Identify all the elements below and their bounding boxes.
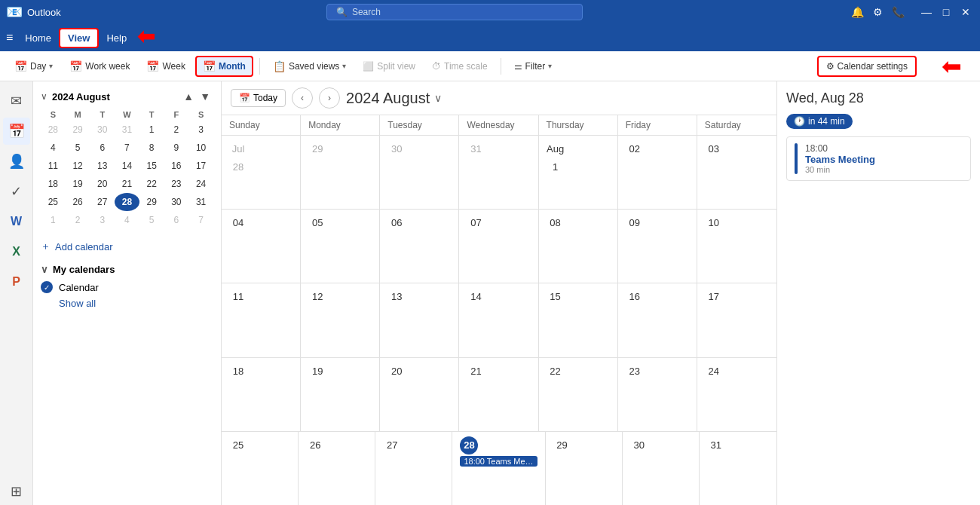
cal-cell[interactable]: 31 [700, 432, 776, 505]
cal-cell[interactable]: 15 [539, 283, 618, 357]
cal-cell[interactable]: 14 [459, 283, 538, 357]
event-card[interactable]: 18:00 Teams Meeting 30 min [786, 136, 971, 181]
cal-cell[interactable]: 25 [222, 432, 299, 505]
filter-btn[interactable]: ⚌ Filter ▾ [507, 57, 559, 75]
minimize-btn[interactable]: — [918, 6, 935, 18]
cal-cell[interactable]: 24 [697, 358, 776, 431]
mini-cal-cell[interactable]: 7 [115, 139, 139, 157]
day-view-btn[interactable]: 📅 Day ▾ [8, 57, 60, 76]
time-scale-btn[interactable]: ⏱ Time scale [425, 57, 495, 75]
mini-cal-cell[interactable]: 30 [164, 193, 189, 211]
cal-cell[interactable]: 30 [623, 432, 700, 505]
mini-cal-cell[interactable]: 26 [66, 193, 90, 211]
mini-cal-cell[interactable]: 6 [164, 211, 189, 229]
notification-icon[interactable]: 🔔 [848, 6, 867, 18]
event-chip[interactable]: 18:00 Teams Me… [460, 456, 537, 467]
cal-cell[interactable]: 29 [546, 432, 623, 505]
mini-cal-cell[interactable]: 11 [41, 157, 66, 175]
mini-cal-cell[interactable]: 13 [90, 157, 115, 175]
cal-cell[interactable]: 23 [618, 358, 697, 431]
cal-cell[interactable]: 03 [697, 136, 776, 209]
mini-cal-cell[interactable]: 29 [66, 121, 90, 139]
close-btn[interactable]: ✕ [957, 6, 974, 18]
settings-icon[interactable]: ⚙ [870, 6, 886, 18]
rail-powerpoint-icon[interactable]: P [3, 268, 30, 295]
mini-cal-cell[interactable]: 6 [90, 139, 115, 157]
mini-cal-cell[interactable]: 29 [139, 193, 164, 211]
mini-cal-cell[interactable]: 9 [164, 139, 189, 157]
mini-cal-cell[interactable]: 8 [139, 139, 164, 157]
cal-cell[interactable]: 2818:00 Teams Me… [452, 432, 545, 505]
mini-cal-cell[interactable]: 24 [188, 175, 213, 193]
mini-cal-cell[interactable]: 31 [188, 193, 213, 211]
mini-cal-cell[interactable]: 14 [115, 157, 139, 175]
mini-cal-next[interactable]: ▼ [197, 89, 213, 104]
maximize-btn[interactable]: □ [938, 6, 954, 18]
mini-cal-collapse[interactable]: ∨ [41, 91, 47, 102]
cal-cell[interactable]: 30 [380, 136, 459, 209]
my-calendars-header[interactable]: ∨ My calendars [41, 264, 213, 275]
cal-cell[interactable]: 12 [301, 283, 380, 357]
cal-cell[interactable]: 29 [301, 136, 380, 209]
cal-cell[interactable]: 20 [380, 358, 459, 431]
cal-cell[interactable]: 19 [301, 358, 380, 431]
mini-cal-cell[interactable]: 1 [41, 211, 66, 229]
mini-cal-cell[interactable]: 1 [139, 121, 164, 139]
mini-cal-cell[interactable]: 22 [139, 175, 164, 193]
mini-cal-cell[interactable]: 25 [41, 193, 66, 211]
mini-cal-cell[interactable]: 19 [66, 175, 90, 193]
mini-cal-cell[interactable]: 23 [164, 175, 189, 193]
rail-mail-icon[interactable]: ✉ [3, 87, 30, 115]
mini-cal-cell[interactable]: 15 [139, 157, 164, 175]
cal-cell[interactable]: 21 [459, 358, 538, 431]
cal-cell[interactable]: 07 [459, 210, 538, 283]
add-calendar-btn[interactable]: ＋ Add calendar [41, 240, 213, 253]
mini-cal-cell[interactable]: 4 [41, 139, 66, 157]
today-btn[interactable]: 📅 Today [231, 89, 286, 107]
mini-cal-cell[interactable]: 16 [164, 157, 189, 175]
mini-cal-cell[interactable]: 7 [188, 211, 213, 229]
mini-cal-cell[interactable]: 31 [115, 121, 139, 139]
cal-cell[interactable]: 09 [618, 210, 697, 283]
phone-icon[interactable]: 📞 [889, 6, 908, 18]
mini-cal-cell[interactable]: 3 [188, 121, 213, 139]
rail-calendar-icon[interactable]: 📅 [3, 118, 30, 145]
search-box[interactable]: 🔍 Search [326, 4, 583, 20]
show-all-link[interactable]: Show all [59, 298, 213, 309]
cal-cell[interactable]: 16 [618, 283, 697, 357]
rail-word-icon[interactable]: W [3, 208, 30, 235]
saved-views-btn[interactable]: 📋 Saved views ▾ [266, 57, 353, 76]
prev-month-btn[interactable]: ‹ [292, 87, 313, 109]
rail-apps-icon[interactable]: ⊞ [3, 478, 30, 505]
mini-cal-cell[interactable]: 28 [41, 121, 66, 139]
mini-cal-cell[interactable]: 28 [115, 193, 139, 211]
mini-cal-cell[interactable]: 2 [66, 211, 90, 229]
mini-cal-cell[interactable]: 3 [90, 211, 115, 229]
mini-cal-cell[interactable]: 17 [188, 157, 213, 175]
hamburger-icon[interactable]: ≡ [6, 31, 13, 44]
work-week-view-btn[interactable]: 📅 Work week [63, 57, 136, 76]
cal-cell[interactable]: 04 [222, 210, 301, 283]
mini-cal-cell[interactable]: 12 [66, 157, 90, 175]
cal-cell[interactable]: 31 [459, 136, 538, 209]
mini-cal-cell[interactable]: 18 [41, 175, 66, 193]
cal-cell[interactable]: 26 [299, 432, 375, 505]
next-month-btn[interactable]: › [319, 87, 340, 109]
cal-cell[interactable]: Jul 28 [222, 136, 301, 209]
calendar-settings-btn[interactable]: ⚙ Calendar settings [817, 56, 917, 77]
menu-item-view[interactable]: View [59, 28, 99, 48]
cal-cell[interactable]: 13 [380, 283, 459, 357]
cal-cell[interactable]: 18 [222, 358, 301, 431]
month-view-btn[interactable]: 📅 Month [195, 56, 253, 77]
cal-cell[interactable]: 08 [539, 210, 618, 283]
cal-cell[interactable]: 10 [697, 210, 776, 283]
cal-cell[interactable]: 11 [222, 283, 301, 357]
menu-item-help[interactable]: Help [99, 29, 134, 47]
cal-cell[interactable]: 27 [375, 432, 452, 505]
month-dropdown-icon[interactable]: ∨ [434, 92, 442, 104]
cal-cell[interactable]: 06 [380, 210, 459, 283]
rail-people-icon[interactable]: 👤 [3, 148, 30, 175]
mini-cal-cell[interactable]: 21 [115, 175, 139, 193]
week-view-btn[interactable]: 📅 Week [139, 57, 191, 76]
mini-cal-cell[interactable]: 4 [115, 211, 139, 229]
